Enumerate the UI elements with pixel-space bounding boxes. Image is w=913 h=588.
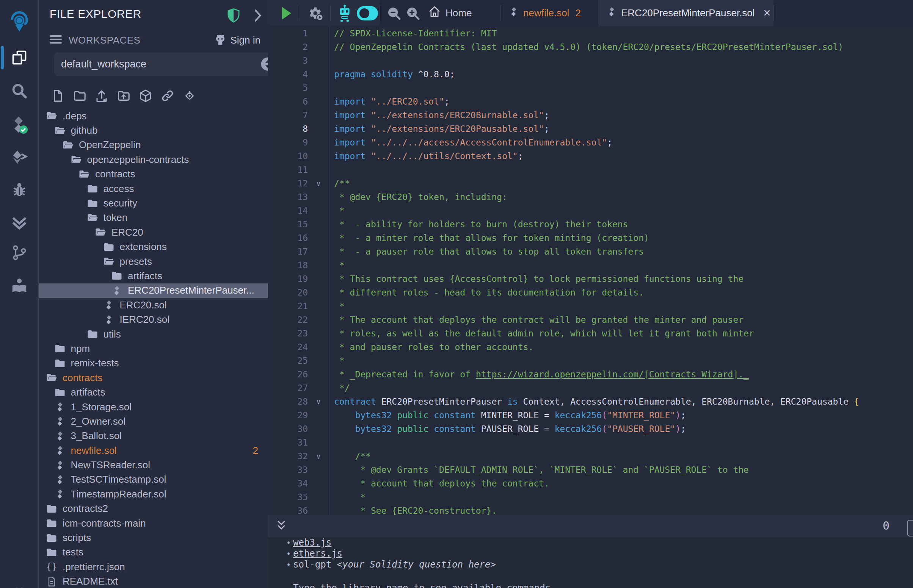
tree-item-npm[interactable]: npm: [39, 341, 268, 356]
code-line-2: 2// OpenZeppelin Contracts (last updated…: [268, 40, 913, 54]
tree-item--prettierrc-json[interactable]: {}.prettierrc.json: [39, 560, 268, 574]
tree-item-erc20[interactable]: ERC20: [39, 225, 268, 239]
tree-item-label: 2_Owner.sol: [71, 416, 126, 427]
sign-in-button[interactable]: Sign in: [214, 34, 261, 46]
solidity-icon: [54, 445, 66, 456]
code-line-12: 12∨/**: [268, 176, 913, 190]
tree-item-newfile-sol[interactable]: newfile.sol2: [39, 443, 268, 458]
folder-closed-icon: [46, 517, 57, 529]
folder-open-icon: [46, 372, 57, 383]
upload-folder-icon[interactable]: [116, 88, 131, 104]
tree-item-erc20presetminterpauser-[interactable]: ERC20PresetMinterPauser...: [39, 283, 268, 298]
tree-item-scripts[interactable]: scripts: [39, 530, 268, 545]
tab-label: Home: [445, 7, 472, 19]
zoom-out-button[interactable]: [384, 0, 404, 26]
search-icon[interactable]: [0, 77, 39, 105]
terminal-search-input[interactable]: [907, 520, 913, 536]
tree-item-readme-txt[interactable]: README.txt: [39, 574, 268, 588]
debugger-icon[interactable]: [0, 176, 39, 203]
tree-item-1-storage-sol[interactable]: 1_Storage.sol: [39, 400, 268, 414]
learneth-icon[interactable]: [0, 271, 39, 299]
hamburger-menu-icon[interactable]: [50, 34, 62, 46]
close-tab-icon[interactable]: ✕: [763, 8, 771, 19]
link-icon[interactable]: [160, 88, 176, 104]
plugin-manager-icon[interactable]: [0, 582, 39, 588]
tree-item-security[interactable]: security: [39, 196, 268, 210]
tab-home[interactable]: Home: [420, 0, 480, 26]
code-text: * The account that deploys the contract …: [329, 313, 913, 326]
tree-item-token[interactable]: token: [39, 211, 268, 225]
terminal-link[interactable]: web3.js: [293, 537, 331, 548]
tree-item-remix-tests[interactable]: remix-tests: [39, 356, 268, 370]
git-diamond-icon[interactable]: [181, 88, 197, 104]
new-folder-icon[interactable]: [72, 88, 87, 104]
tree-item-artifacts[interactable]: artifacts: [39, 269, 268, 283]
code-line-32: 32∨ /**: [268, 449, 913, 463]
code-editor[interactable]: 1// SPDX-License-Identifier: MIT2// Open…: [268, 26, 913, 515]
tree-item-extensions[interactable]: extensions: [39, 240, 268, 254]
tree-item-utils[interactable]: utils: [39, 327, 268, 341]
remixai-toggle[interactable]: [356, 0, 379, 26]
file-explorer-icon[interactable]: [0, 44, 39, 71]
fold-gutter: [308, 108, 329, 122]
remix-logo-icon: [0, 8, 39, 36]
tree-item-contracts[interactable]: contracts: [39, 167, 268, 181]
code-text: import "../extensions/ERC20Burnable.sol"…: [329, 108, 913, 122]
fold-chevron-icon[interactable]: ∨: [308, 395, 329, 409]
tab-newfile-sol[interactable]: newfile.sol2: [500, 0, 598, 26]
tree-item-label: security: [104, 197, 138, 209]
fold-chevron-icon[interactable]: ∨: [308, 449, 329, 463]
deploy-run-icon[interactable]: [0, 143, 39, 171]
tree-item-erc20-sol[interactable]: ERC20.sol: [39, 298, 268, 312]
tree-item-newtsreader-sol[interactable]: NewTSReader.sol: [39, 458, 268, 472]
tab-erc20presetminterpauser-sol[interactable]: ERC20PresetMinterPauser.sol✕: [598, 0, 774, 26]
tree-item-3-ballot-sol[interactable]: 3_Ballot.sol: [39, 429, 268, 443]
workspace-select[interactable]: default_workspace: [54, 52, 282, 76]
tree-item-contracts[interactable]: contracts: [39, 370, 268, 385]
compile-and-run-button[interactable]: [304, 0, 327, 26]
git-icon[interactable]: [0, 239, 39, 267]
fold-gutter: [308, 286, 329, 299]
remixai-robot-icon[interactable]: [333, 0, 356, 26]
tree-item-presets[interactable]: presets: [39, 254, 268, 269]
line-number: 36: [268, 504, 308, 515]
folder-open-icon: [95, 226, 106, 238]
collapse-panel-chevron[interactable]: [254, 9, 262, 24]
tree-item-2-owner-sol[interactable]: 2_Owner.sol: [39, 414, 268, 428]
fold-chevron-icon[interactable]: ∨: [308, 176, 329, 190]
terminal-link[interactable]: ethers.js: [293, 548, 342, 559]
shield-icon: [227, 8, 240, 24]
file-tree: .deps github OpenZeppelin openzeppelin-c…: [39, 109, 268, 588]
tree-item-testsctimestamp-sol[interactable]: TestSCTimestamp.sol: [39, 472, 268, 487]
cube-icon[interactable]: [138, 88, 154, 104]
code-text: * - a pauser role that allows to stop al…: [329, 245, 913, 258]
tree-item-label: TestSCTimestamp.sol: [71, 473, 167, 485]
terminal-collapse-icon[interactable]: [277, 520, 286, 533]
tree-item-contracts2[interactable]: contracts2: [39, 502, 268, 516]
run-script-button[interactable]: [277, 0, 296, 26]
fold-gutter: [308, 422, 329, 436]
unit-testing-icon[interactable]: [0, 209, 39, 236]
folder-open-icon: [103, 256, 115, 267]
tree-item-timestampreader-sol[interactable]: TimestampReader.sol: [39, 487, 268, 501]
tree-item-openzeppelin[interactable]: OpenZeppelin: [39, 138, 268, 152]
new-file-icon[interactable]: [50, 88, 66, 104]
tree-item-icm-contracts-main[interactable]: icm-contracts-main: [39, 516, 268, 530]
tree-item-tests[interactable]: tests: [39, 545, 268, 560]
code-line-35: 35 *: [268, 490, 913, 504]
unsaved-changes-badge: 2: [253, 445, 268, 457]
solidity-compiler-icon[interactable]: [0, 111, 39, 139]
tree-item-artifacts[interactable]: artifacts: [39, 385, 268, 399]
doc-icon: [46, 576, 57, 587]
tree-item-label: icm-contracts-main: [63, 517, 146, 529]
tree-item-github[interactable]: github: [39, 123, 268, 137]
tree-item-access[interactable]: access: [39, 181, 268, 196]
tree-item-openzeppelin-contracts[interactable]: openzeppelin-contracts: [39, 152, 268, 167]
tree-item-ierc20-sol[interactable]: IERC20.sol: [39, 312, 268, 326]
upload-file-icon[interactable]: [94, 88, 110, 104]
tree-item--deps[interactable]: .deps: [39, 109, 268, 123]
folder-closed-icon: [87, 198, 98, 209]
code-text: /**: [329, 449, 913, 463]
code-line-25: 25 *: [268, 354, 913, 367]
fold-gutter: [308, 367, 329, 381]
